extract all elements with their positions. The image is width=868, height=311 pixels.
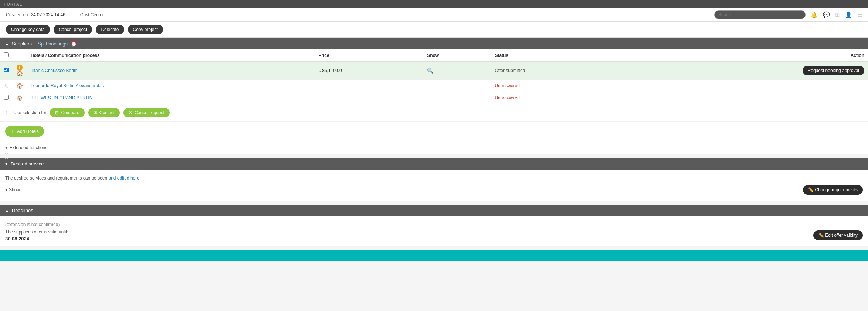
row3-icons: 🏠 xyxy=(12,92,27,104)
contact-label: Contact xyxy=(99,110,115,115)
show-label: Show xyxy=(9,187,20,192)
bell-icon[interactable]: 🔔 xyxy=(811,11,818,18)
cancel-project-button[interactable]: Cancel project xyxy=(54,25,92,34)
magnifier-icon[interactable]: 🔍 xyxy=(427,68,433,74)
copy-project-button[interactable]: Copy project xyxy=(128,25,163,34)
select-all-checkbox[interactable] xyxy=(4,52,9,57)
suppliers-title: Suppliers xyxy=(12,41,32,47)
table-row: 🏠 THE WESTIN GRAND BERLIN Unanswered xyxy=(0,92,868,104)
row2-show xyxy=(423,80,491,92)
cancel-request-label: Cancel request xyxy=(135,110,165,115)
user-icon[interactable]: 👤 xyxy=(845,11,852,18)
created-on-value: 24.07.2024 14:46 xyxy=(31,12,65,17)
chevron-down-icon: ▾ xyxy=(5,145,7,150)
extension-note: (extension is not confirmed) xyxy=(5,222,863,227)
col-show-header: Show xyxy=(423,49,491,62)
deadlines-section-header[interactable]: ▲ Deadlines xyxy=(0,205,868,216)
cost-center-label: Cost Center xyxy=(80,12,104,17)
cancel-request-button[interactable]: ✕ Cancel request xyxy=(123,108,170,117)
row1-price: € 85,110.00 xyxy=(315,62,423,80)
drag-handle: ⋮⋮ xyxy=(1,150,10,161)
row3-checkbox[interactable] xyxy=(4,95,9,100)
row3-hotel-name: THE WESTIN GRAND BERLIN xyxy=(27,92,315,104)
add-hotels-button[interactable]: ＋ Add Hotels xyxy=(5,126,44,137)
row3-show xyxy=(423,92,491,104)
row2-hotel-name: Leonardo Royal Berlin Alexanderplatz xyxy=(27,80,315,92)
header-row: Created on 24.07.2024 14:46 Cost Center … xyxy=(0,8,868,22)
search-input[interactable] xyxy=(714,10,806,19)
deadlines-chevron-up-icon: ▲ xyxy=(5,208,9,212)
suppliers-section-header[interactable]: ▲ Suppliers Split bookings ⏰ xyxy=(0,38,868,49)
compare-label: Compare xyxy=(61,110,79,115)
cancel-request-icon: ✕ xyxy=(129,110,132,115)
col-icons-header xyxy=(12,49,27,62)
desired-service-header[interactable]: ▾ Desired service xyxy=(0,158,868,170)
row3-checkbox-cell xyxy=(0,92,12,104)
desired-service-chevron-down-icon: ▾ xyxy=(5,161,8,167)
westin-grand-link[interactable]: THE WESTIN GRAND BERLIN xyxy=(31,95,92,100)
row3-price xyxy=(315,92,423,104)
titanic-chaussee-link[interactable]: Titanic Chaussee Berlin xyxy=(31,68,77,73)
extended-functions-label: Extended functions xyxy=(10,145,47,150)
contact-icon: ✉ xyxy=(94,110,97,115)
request-booking-approval-button[interactable]: Request booking approval xyxy=(803,66,864,75)
change-requirements-label: Change requirements xyxy=(815,187,858,192)
row2-action xyxy=(624,80,868,92)
created-on-label: Created on xyxy=(6,12,28,17)
leonardo-royal-link[interactable]: Leonardo Royal Berlin Alexanderplatz xyxy=(31,83,105,88)
desired-service-link[interactable]: and edited here. xyxy=(109,175,141,181)
compare-button[interactable]: ⊞ Compare xyxy=(50,108,84,117)
row2-status: Unanswered xyxy=(491,80,624,92)
table-row: ↖ 🏠 Leonardo Royal Berlin Alexanderplatz… xyxy=(0,80,868,92)
row1-checkbox[interactable] xyxy=(4,68,9,72)
teal-bottom-bar xyxy=(0,250,868,261)
plus-icon: ＋ xyxy=(10,128,15,134)
show-chevron-down-icon: ▾ xyxy=(5,187,7,192)
desired-service-description: The desired services and requirements ca… xyxy=(5,175,863,181)
col-action-header: Action xyxy=(624,49,868,62)
created-on-field: Created on 24.07.2024 14:46 xyxy=(6,12,65,17)
deadlines-section: ▲ Deadlines (extension is not confirmed)… xyxy=(0,205,868,246)
arrow-up-icon: ↑ xyxy=(5,109,8,116)
table-row: ! 🏠 Titanic Chaussee Berlin € 85,110.00 … xyxy=(0,62,868,80)
col-hotel-header: Hotels / Communication process xyxy=(27,49,315,62)
extended-functions-row[interactable]: ▾ Extended functions xyxy=(0,141,868,154)
deadlines-footer: ✏️ Edit offer validity xyxy=(5,230,863,240)
desired-service-section: ▾ Desired service The desired services a… xyxy=(0,158,868,201)
cost-center-field: Cost Center xyxy=(80,12,104,17)
change-key-data-button[interactable]: Change key data xyxy=(6,25,50,34)
menu-icon[interactable]: ☰ xyxy=(857,11,862,18)
grid-icon[interactable]: ⊞ xyxy=(835,11,840,18)
action-bar: Change key data Cancel project Delegate … xyxy=(0,22,868,38)
row1-checkbox-cell xyxy=(0,62,12,80)
contact-button[interactable]: ✉ Contact xyxy=(88,108,120,117)
row2-icons: 🏠 xyxy=(12,80,27,92)
row3-action xyxy=(624,92,868,104)
desired-service-footer: ▾ Show ✏️ Change requirements xyxy=(5,185,863,195)
use-selection-label: Use selection for xyxy=(13,110,46,115)
row1-icons: ! 🏠 xyxy=(12,62,27,80)
split-bookings-link[interactable]: Split bookings xyxy=(38,41,68,47)
deadlines-body: (extension is not confirmed) The supplie… xyxy=(0,216,868,246)
hotel-icon: 🏠 xyxy=(17,71,23,76)
change-requirements-button[interactable]: ✏️ Change requirements xyxy=(803,185,863,195)
suppliers-table: Hotels / Communication process Price Sho… xyxy=(0,49,868,104)
edit-offer-validity-button[interactable]: ✏️ Edit offer validity xyxy=(813,230,863,240)
row3-status: Unanswered xyxy=(491,92,624,104)
col-status-header: Status xyxy=(491,49,624,62)
add-hotels-row: ＋ Add Hotels xyxy=(0,122,868,141)
suppliers-section: ▲ Suppliers Split bookings ⏰ Hotels / Co… xyxy=(0,38,868,141)
row1-status: Offer submitted xyxy=(491,62,624,80)
add-hotels-label: Add Hotels xyxy=(17,129,39,134)
top-bar: PORTAL xyxy=(0,0,868,8)
cursor-indicator: ↖ xyxy=(4,83,9,89)
row2-price xyxy=(315,80,423,92)
chat-icon[interactable]: 💬 xyxy=(823,11,830,18)
deadlines-title: Deadlines xyxy=(12,208,33,213)
desired-service-body: The desired services and requirements ca… xyxy=(0,170,868,201)
row1-action: Request booking approval xyxy=(624,62,868,80)
hotel-icon: 🏠 xyxy=(17,83,23,89)
delegate-button[interactable]: Delegate xyxy=(96,25,124,34)
show-toggle[interactable]: ▾ Show xyxy=(5,187,20,192)
row1-hotel-name: Titanic Chaussee Berlin xyxy=(27,62,315,80)
